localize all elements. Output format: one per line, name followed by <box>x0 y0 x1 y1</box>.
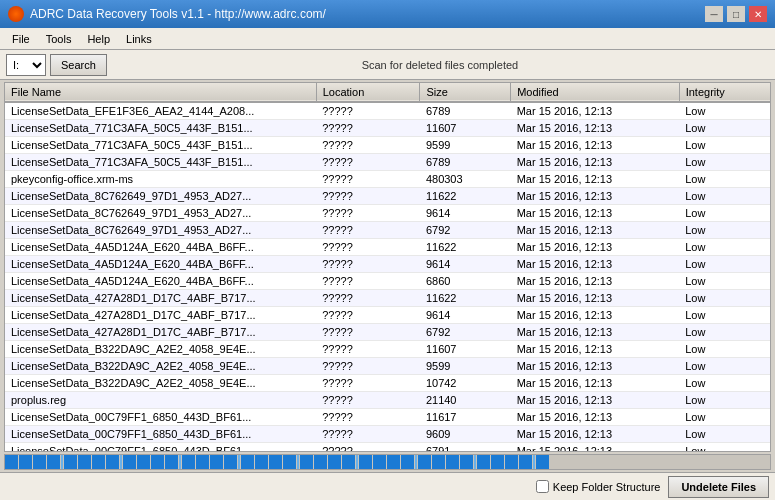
table-cell: Mar 15 2016, 12:13 <box>511 307 680 324</box>
menu-item-links[interactable]: Links <box>118 31 160 47</box>
table-row[interactable]: LicenseSetData_B322DA9C_A2E2_4058_9E4E..… <box>5 375 770 392</box>
progress-segment <box>224 455 238 469</box>
table-cell: 9614 <box>420 256 511 273</box>
progress-segment <box>505 455 519 469</box>
table-row[interactable]: LicenseSetData_8C762649_97D1_4953_AD27..… <box>5 188 770 205</box>
table-cell: Low <box>679 154 770 171</box>
table-cell: Low <box>679 426 770 443</box>
table-row[interactable]: LicenseSetData_427A28D1_D17C_4ABF_B717..… <box>5 324 770 341</box>
maximize-button[interactable]: □ <box>727 6 745 22</box>
table-row[interactable]: LicenseSetData_4A5D124A_E620_44BA_B6FF..… <box>5 239 770 256</box>
table-row[interactable]: LicenseSetData_00C79FF1_6850_443D_BF61..… <box>5 426 770 443</box>
progress-segment <box>387 455 401 469</box>
progress-segment <box>418 455 432 469</box>
table-cell: Low <box>679 273 770 290</box>
table-cell: LicenseSetData_771C3AFA_50C5_443F_B151..… <box>5 137 316 154</box>
table-cell: Low <box>679 307 770 324</box>
table-row[interactable]: LicenseSetData_EFE1F3E6_AEA2_4144_A208..… <box>5 102 770 120</box>
table-row[interactable]: LicenseSetData_00C79FF1_6850_443D_BF61..… <box>5 443 770 453</box>
col-header-filename[interactable]: File Name <box>5 83 316 102</box>
table-cell: 11622 <box>420 188 511 205</box>
col-header-integrity[interactable]: Integrity <box>679 83 770 102</box>
table-cell: LicenseSetData_8C762649_97D1_4953_AD27..… <box>5 222 316 239</box>
table-cell: ????? <box>316 222 420 239</box>
file-table-container[interactable]: File Name Location Size Modified Integri… <box>4 82 771 452</box>
table-row[interactable]: LicenseSetData_771C3AFA_50C5_443F_B151..… <box>5 154 770 171</box>
table-cell: LicenseSetData_4A5D124A_E620_44BA_B6FF..… <box>5 256 316 273</box>
progress-segment <box>359 455 373 469</box>
keep-folder-checkbox[interactable]: Keep Folder Structure <box>536 480 661 493</box>
close-button[interactable]: ✕ <box>749 6 767 22</box>
progress-segment <box>64 455 78 469</box>
progress-segment <box>283 455 297 469</box>
table-row[interactable]: LicenseSetData_8C762649_97D1_4953_AD27..… <box>5 222 770 239</box>
drive-select[interactable]: I: <box>6 54 46 76</box>
table-cell: ????? <box>316 239 420 256</box>
table-cell: LicenseSetData_427A28D1_D17C_4ABF_B717..… <box>5 290 316 307</box>
table-cell: Low <box>679 256 770 273</box>
table-row[interactable]: LicenseSetData_8C762649_97D1_4953_AD27..… <box>5 205 770 222</box>
table-cell: ????? <box>316 120 420 137</box>
table-cell: Mar 15 2016, 12:13 <box>511 222 680 239</box>
table-cell: Mar 15 2016, 12:13 <box>511 392 680 409</box>
table-cell: Mar 15 2016, 12:13 <box>511 102 680 120</box>
keep-folder-input[interactable] <box>536 480 549 493</box>
table-cell: 11617 <box>420 409 511 426</box>
progress-segment <box>151 455 165 469</box>
menu-item-tools[interactable]: Tools <box>38 31 80 47</box>
table-cell: Low <box>679 171 770 188</box>
col-header-location[interactable]: Location <box>316 83 420 102</box>
progress-segment <box>106 455 120 469</box>
table-cell: Mar 15 2016, 12:13 <box>511 120 680 137</box>
table-cell: Mar 15 2016, 12:13 <box>511 188 680 205</box>
table-cell: ????? <box>316 154 420 171</box>
table-cell: Mar 15 2016, 12:13 <box>511 426 680 443</box>
table-row[interactable]: LicenseSetData_00C79FF1_6850_443D_BF61..… <box>5 409 770 426</box>
progress-segment <box>373 455 387 469</box>
search-button[interactable]: Search <box>50 54 107 76</box>
progress-segment <box>47 455 61 469</box>
bottom-toolbar: Keep Folder Structure Undelete Files <box>0 472 775 500</box>
table-row[interactable]: proplus.reg?????21140Mar 15 2016, 12:13L… <box>5 392 770 409</box>
table-row[interactable]: LicenseSetData_4A5D124A_E620_44BA_B6FF..… <box>5 273 770 290</box>
table-cell: pkeyconfig-office.xrm-ms <box>5 171 316 188</box>
table-cell: 9599 <box>420 137 511 154</box>
table-row[interactable]: LicenseSetData_B322DA9C_A2E2_4058_9E4E..… <box>5 341 770 358</box>
col-header-modified[interactable]: Modified <box>511 83 680 102</box>
table-cell: Mar 15 2016, 12:13 <box>511 290 680 307</box>
menu-item-file[interactable]: File <box>4 31 38 47</box>
table-cell: 9614 <box>420 307 511 324</box>
col-header-size[interactable]: Size <box>420 83 511 102</box>
progress-segment <box>432 455 446 469</box>
table-cell: LicenseSetData_4A5D124A_E620_44BA_B6FF..… <box>5 239 316 256</box>
table-cell: Mar 15 2016, 12:13 <box>511 358 680 375</box>
table-row[interactable]: LicenseSetData_4A5D124A_E620_44BA_B6FF..… <box>5 256 770 273</box>
table-cell: Mar 15 2016, 12:13 <box>511 324 680 341</box>
table-row[interactable]: LicenseSetData_771C3AFA_50C5_443F_B151..… <box>5 137 770 154</box>
progress-segment <box>300 455 314 469</box>
table-cell: LicenseSetData_B322DA9C_A2E2_4058_9E4E..… <box>5 341 316 358</box>
progress-segment <box>210 455 224 469</box>
table-cell: 6792 <box>420 222 511 239</box>
table-cell: LicenseSetData_4A5D124A_E620_44BA_B6FF..… <box>5 273 316 290</box>
table-cell: 6789 <box>420 154 511 171</box>
table-cell: Low <box>679 358 770 375</box>
table-cell: ????? <box>316 409 420 426</box>
table-cell: LicenseSetData_00C79FF1_6850_443D_BF61..… <box>5 409 316 426</box>
table-row[interactable]: LicenseSetData_771C3AFA_50C5_443F_B151..… <box>5 120 770 137</box>
table-cell: LicenseSetData_00C79FF1_6850_443D_BF61..… <box>5 443 316 453</box>
minimize-button[interactable]: ─ <box>705 6 723 22</box>
table-row[interactable]: LicenseSetData_427A28D1_D17C_4ABF_B717..… <box>5 307 770 324</box>
progress-segment <box>401 455 415 469</box>
table-row[interactable]: LicenseSetData_427A28D1_D17C_4ABF_B717..… <box>5 290 770 307</box>
undelete-button[interactable]: Undelete Files <box>668 476 769 498</box>
table-row[interactable]: LicenseSetData_B322DA9C_A2E2_4058_9E4E..… <box>5 358 770 375</box>
menu-item-help[interactable]: Help <box>79 31 118 47</box>
table-row[interactable]: pkeyconfig-office.xrm-ms?????480303Mar 1… <box>5 171 770 188</box>
table-cell: Low <box>679 188 770 205</box>
progress-segment <box>491 455 505 469</box>
table-cell: Mar 15 2016, 12:13 <box>511 137 680 154</box>
table-cell: ????? <box>316 341 420 358</box>
table-cell: Low <box>679 205 770 222</box>
table-cell: LicenseSetData_8C762649_97D1_4953_AD27..… <box>5 188 316 205</box>
